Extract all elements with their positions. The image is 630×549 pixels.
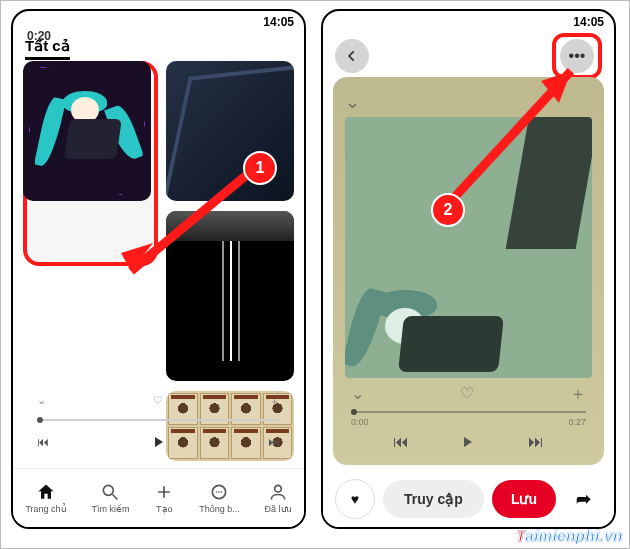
svg-point-6	[275, 485, 282, 492]
watermark-t: T	[516, 527, 525, 544]
collapse-icon[interactable]: ⌄	[345, 91, 360, 113]
chevron-left-icon	[345, 49, 359, 63]
progress-bar[interactable]	[351, 411, 586, 413]
nav-create[interactable]: Tạo	[154, 482, 174, 514]
svg-point-5	[221, 491, 223, 493]
arrow-2	[431, 51, 601, 211]
watermark-suffix: .vn	[600, 527, 623, 544]
watermark-name: aimienphi	[525, 527, 600, 544]
chat-icon	[209, 482, 229, 502]
home-icon	[36, 482, 56, 502]
back-button[interactable]	[335, 39, 369, 73]
nav-saved[interactable]: Đã lưu	[265, 482, 292, 514]
nav-search[interactable]: Tìm kiếm	[91, 482, 129, 514]
step-badge-2: 2	[431, 193, 465, 227]
search-icon	[100, 482, 120, 502]
share-icon: ➦	[576, 488, 591, 510]
plus-icon	[154, 482, 174, 502]
add-icon[interactable]: ＋	[570, 384, 586, 405]
nav-home-label: Trang chủ	[25, 504, 66, 514]
play-icon[interactable]	[155, 437, 163, 447]
share-button[interactable]: ➦	[564, 480, 602, 518]
mini-progress-bar[interactable]	[37, 419, 280, 421]
svg-point-0	[104, 485, 114, 495]
add-icon[interactable]: ＋	[269, 394, 280, 409]
svg-line-1	[113, 495, 118, 500]
arrow-1	[91, 161, 261, 301]
nav-search-label: Tìm kiếm	[91, 504, 129, 514]
visit-button[interactable]: Truy cập	[383, 480, 484, 518]
player-controls: ⏮ ⏭	[345, 427, 592, 457]
step-number: 2	[444, 201, 453, 219]
watermark: Taimienphi.vn	[516, 527, 623, 544]
svg-point-3	[216, 491, 218, 493]
person-icon	[268, 482, 288, 502]
mini-player-icons: ⌄ ♡ ＋	[37, 394, 280, 409]
save-button[interactable]: Lưu	[492, 480, 556, 518]
mini-player-controls: ⏮ ⏭	[37, 435, 280, 449]
time-total: 0:27	[568, 417, 586, 427]
bottom-nav: Trang chủ Tìm kiếm Tạo Thông b... Đã lưu	[13, 468, 304, 527]
collapse-icon[interactable]: ⌄	[351, 384, 364, 405]
svg-line-7	[131, 173, 249, 271]
player-icon-row: ⌄ ♡ ＋	[345, 378, 592, 407]
nav-saved-label: Đã lưu	[265, 504, 292, 514]
next-icon[interactable]: ⏭	[268, 435, 280, 449]
next-icon[interactable]: ⏭	[528, 433, 544, 451]
clock: 14:05	[573, 15, 604, 29]
detail-action-bar: ♥ Truy cập Lưu ➦	[323, 471, 614, 527]
heart-icon[interactable]: ♡	[460, 384, 474, 405]
collapse-icon[interactable]: ⌄	[37, 394, 46, 409]
pin-artwork	[41, 91, 131, 171]
step-badge-1: 1	[243, 151, 277, 185]
step-number: 1	[256, 159, 265, 177]
status-bar: 14:05	[13, 11, 304, 33]
play-icon[interactable]	[464, 437, 472, 447]
prev-icon[interactable]: ⏮	[393, 433, 409, 451]
prev-icon[interactable]: ⏮	[37, 435, 49, 449]
status-bar: 14:05	[323, 11, 614, 33]
nav-notifications[interactable]: Thông b...	[199, 482, 240, 514]
pin-duration-label: 0:20	[27, 29, 51, 43]
react-button[interactable]: ♥	[335, 479, 375, 519]
svg-point-4	[219, 491, 221, 493]
time-elapsed: 0:00	[351, 417, 369, 427]
save-label: Lưu	[511, 491, 537, 507]
nav-create-label: Tạo	[156, 504, 173, 514]
feed-tabs: Tất cả	[13, 33, 304, 60]
time-labels: 0:00 0:27	[345, 417, 592, 427]
heart-icon[interactable]: ♡	[153, 394, 163, 409]
nav-home[interactable]: Trang chủ	[25, 482, 66, 514]
heart-filled-icon: ♥	[351, 491, 359, 507]
clock: 14:05	[263, 15, 294, 29]
nav-notif-label: Thông b...	[199, 504, 240, 514]
visit-label: Truy cập	[404, 491, 463, 507]
